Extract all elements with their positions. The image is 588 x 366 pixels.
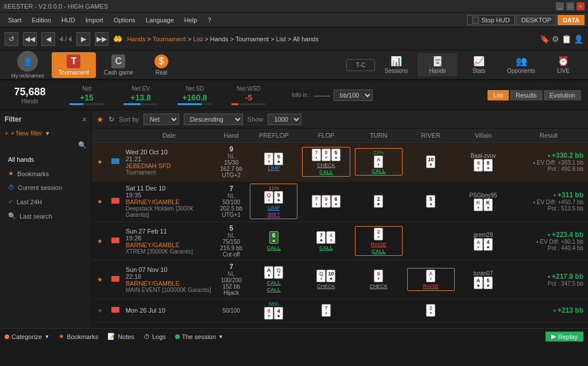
tc-tab[interactable]: T-C	[346, 59, 375, 71]
preflop-action2[interactable]: 3BET	[268, 212, 281, 217]
stop-hud-button[interactable]: Stop HUD	[467, 15, 515, 25]
evolution-button[interactable]: Evolution	[544, 90, 581, 100]
close-btn[interactable]: ×	[577, 2, 585, 10]
turn-action[interactable]: CHECK	[369, 283, 388, 289]
live-tab[interactable]: ⏰ LIVE	[543, 53, 583, 76]
sort-field-select[interactable]: Net	[144, 114, 179, 125]
stats-tab[interactable]: 📈 Stats	[459, 53, 499, 76]
export-icon[interactable]: 📋	[562, 34, 571, 44]
filter-close-button[interactable]: ×	[82, 115, 87, 124]
notes-button[interactable]: 📝 Notes	[107, 333, 134, 340]
turn-action[interactable]: CALL	[372, 168, 385, 174]
card: 9♦	[474, 159, 483, 172]
flop-action[interactable]: CHECK	[317, 283, 335, 289]
star-cell[interactable]: ★	[92, 181, 107, 222]
sidebar-last-search[interactable]: 🔍 Last search	[5, 210, 87, 222]
search-icon[interactable]: 🔍	[78, 141, 87, 149]
preflop-action1[interactable]: CALL	[267, 280, 281, 286]
preflop-cards: 6♣ CALL	[250, 231, 297, 251]
real-tab[interactable]: $ Real	[141, 52, 181, 78]
sidebar-all-hands[interactable]: All hands	[5, 154, 87, 165]
settings-icon[interactable]: ⚙	[552, 34, 559, 44]
table-row[interactable]: ★ Sun 07 Nov 1022:16 BARNEY/GAMBLE MAIN …	[92, 260, 588, 299]
card: Q♥	[274, 266, 283, 279]
result-cell: ▪ +213 bb	[509, 299, 588, 322]
replay-button[interactable]: ▶ Replay	[546, 332, 583, 341]
river-cards: 10♠	[407, 155, 455, 168]
table-row[interactable]: ★ Sun 27 Feb 1119:26 BARNEY/GAMBLE XTREM…	[92, 222, 588, 260]
desktop-button[interactable]: DESKTOP	[516, 15, 556, 25]
preflop-cell: 7♥ 5♣ LIMP	[247, 143, 300, 181]
tournament-tab[interactable]: T Tournament	[52, 52, 96, 78]
new-filter-button[interactable]: + + New filter ▼	[5, 130, 87, 137]
sidebar-last-24h[interactable]: ✓ Last 24H	[5, 196, 87, 208]
share-icon[interactable]: 👤	[574, 34, 583, 44]
river-action[interactable]: RAISE	[423, 283, 439, 289]
preflop-action1[interactable]: LIMP	[268, 205, 280, 211]
logs-button[interactable]: ⏱ Logs	[144, 333, 166, 340]
star-cell[interactable]: ★	[92, 143, 107, 181]
prev-button[interactable]: ◀	[41, 32, 55, 46]
minimize-btn[interactable]: _	[556, 2, 564, 10]
maximize-btn[interactable]: □	[566, 2, 574, 10]
flop-action2[interactable]: CALL	[319, 169, 333, 175]
data-button[interactable]: DATA	[558, 15, 585, 25]
sidebar-bookmarks[interactable]: ★ Bookmarks	[5, 168, 87, 180]
flop-action[interactable]: CALL	[319, 245, 333, 251]
table-row[interactable]: ★ Mon 26 Jul 10 50/100 58% 8	[92, 299, 588, 322]
content-area: Filter × + + New filter ▼ 🔍 All hands ★ …	[0, 110, 588, 328]
menu-import[interactable]: Import	[81, 15, 108, 25]
bookmark-icon[interactable]: 🔖	[540, 34, 550, 44]
session-button[interactable]: The session ▼	[175, 333, 223, 340]
hands-tab[interactable]: 🃏 Hands	[417, 53, 458, 76]
sidebar-current-session[interactable]: ⏱ Current session	[5, 182, 87, 193]
breadcrumb-hands[interactable]: Hands	[127, 36, 145, 42]
bottom-bar: Categorize ▼ ★ Bookmarks 📝 Notes ⏱ Logs …	[0, 328, 588, 344]
menu-start[interactable]: Start	[3, 15, 26, 25]
table-row[interactable]: ★ Sat 11 Dec 1019:35 BARNEY/GAMBLE Deeps…	[92, 181, 588, 222]
refresh-table-icon[interactable]: ↻	[109, 115, 114, 123]
preflop-action[interactable]: CALL	[267, 245, 281, 251]
menu-question[interactable]: ?	[203, 15, 215, 25]
first-button[interactable]: ◀◀	[23, 32, 37, 46]
star-icon: ★	[97, 198, 103, 205]
date-text: Sun 07 Nov 1022:16	[126, 266, 213, 280]
last-button[interactable]: ▶▶	[95, 32, 109, 46]
menu-options[interactable]: Options	[109, 15, 140, 25]
preflop-action2[interactable]: CALL	[267, 287, 281, 293]
list-button[interactable]: List	[488, 90, 509, 100]
table-row[interactable]: ★ Wed 20 Oct 1021:21 JEBEDIAH SFD Tourna…	[92, 143, 588, 181]
breadcrumb-list[interactable]: List	[193, 36, 203, 42]
sort-by-label: Sort by	[119, 116, 139, 123]
star-cell[interactable]: ★	[92, 222, 107, 260]
opponents-tab[interactable]: 👥 Opponents	[500, 53, 542, 76]
sort-dir-select[interactable]: Descending	[184, 114, 243, 125]
star-cell[interactable]: ★	[92, 299, 107, 322]
show-count-select[interactable]: 1000	[268, 114, 301, 125]
card: Q♦	[316, 270, 326, 282]
menu-edition[interactable]: Edition	[27, 15, 56, 25]
star-cell[interactable]: ★	[92, 260, 107, 299]
turn-action1[interactable]: RAISE	[371, 242, 386, 247]
page-info: 4 / 4	[60, 36, 72, 42]
categorize-button[interactable]: Categorize ▼	[5, 333, 49, 340]
menu-help[interactable]: Help	[180, 15, 202, 25]
net-ev-label: Net EV	[131, 85, 150, 92]
info-select[interactable]: bb/100	[334, 89, 373, 101]
preflop-action[interactable]: LIMP	[268, 165, 280, 171]
refresh-button[interactable]: ↺	[5, 32, 18, 46]
next-button[interactable]: ▶	[76, 32, 90, 46]
cash-game-tab[interactable]: C Cash game	[97, 52, 140, 78]
sessions-tab[interactable]: 📊 Sessions	[376, 53, 416, 76]
bookmarks-bottom-button[interactable]: ★ Bookmarks	[59, 333, 98, 340]
menu-hud[interactable]: HUD	[57, 15, 80, 25]
preflop-cards: 58% 8♥ 4♣	[250, 301, 297, 320]
my-nicknames-tab[interactable]: 👤 My nicknames	[5, 51, 51, 79]
flop-action1[interactable]: CHECK	[317, 162, 335, 168]
turn-action2[interactable]: CALL	[372, 248, 385, 254]
menu-language[interactable]: Language	[141, 15, 179, 25]
breadcrumb-tournament[interactable]: Tournament	[153, 36, 186, 42]
card: A♦	[426, 270, 435, 282]
star-filter-icon[interactable]: ★	[96, 115, 104, 124]
results-button[interactable]: Results	[510, 90, 543, 100]
